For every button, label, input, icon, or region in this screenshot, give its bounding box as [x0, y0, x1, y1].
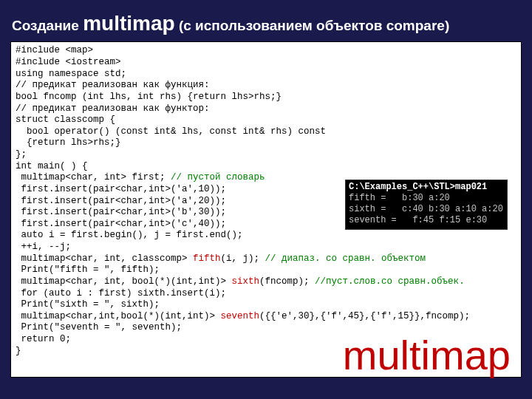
title-big: multimap	[83, 12, 174, 35]
code-l22: for (auto i : first) sixth.insert(i);	[16, 288, 226, 299]
code-l3: using namespace std;	[16, 69, 126, 79]
code-l2: #include <iostream>	[16, 57, 121, 67]
code-l21a: multimap<char, int, bool(*)(int,int)>	[16, 276, 232, 287]
console-output: C:\Examples_C++\STL>map021 fifth = b:30 …	[345, 180, 508, 230]
code-l23: Print("sixth = ", sixth);	[16, 299, 160, 310]
code-l20: Print("fifth = ", fifth);	[16, 265, 160, 275]
code-l21r: sixth	[232, 276, 260, 287]
console-header: C:\Examples_C++\STL>map021	[349, 182, 487, 192]
code-l13: first.insert(pair<char,int>('a',10));	[16, 184, 226, 194]
code-l15: first.insert(pair<char,int>('b',30));	[16, 207, 226, 217]
console-l2: sixth = c:40 b:30 a:10 a:20	[349, 204, 503, 214]
code-l11: int main( ) {	[16, 161, 88, 171]
code-l14: first.insert(pair<char,int>('a',20));	[16, 196, 226, 206]
console-l3: seventh = f:45 f:15 e:30	[349, 215, 487, 225]
code-l4: // предикат реализован как функция:	[16, 80, 210, 90]
code-l24r: seventh	[221, 311, 260, 321]
code-l24a: multimap<char,int,bool(*)(int,int)>	[16, 311, 221, 321]
title-prefix: Создание	[12, 18, 83, 33]
code-l25: Print("seventh = ", seventh);	[16, 322, 182, 332]
code-l1: #include <map>	[16, 45, 93, 55]
slide: Создание multimap (с использованием объе…	[7, 7, 525, 392]
console-l1: fifth = b:30 a:20	[349, 193, 450, 203]
slide-title: Создание multimap (с использованием объе…	[7, 7, 525, 41]
code-l16: first.insert(pair<char,int>('c',40));	[16, 219, 226, 229]
watermark: multimap	[343, 330, 511, 381]
code-l18: ++i, --j;	[16, 242, 71, 252]
code-l19b: (i, j);	[221, 253, 265, 264]
code-l10: };	[16, 149, 27, 160]
code-l21c: //пуст.слов.со сравн.объек.	[315, 276, 465, 287]
title-suffix: (с использованием объектов compare)	[175, 18, 450, 33]
code-l12a: multimap<char, int> first;	[16, 172, 171, 183]
code-box: #include <map> #include <iostream> using…	[10, 41, 522, 378]
code-l19a: multimap<char, int, classcomp>	[16, 253, 193, 264]
code-l19r: fifth	[193, 253, 221, 264]
code-l9: {return lhs>rhs;}	[16, 137, 121, 148]
code-l6: // предикат реализован как функтор:	[16, 103, 210, 114]
code-l17: auto i = first.begin(), j = first.end();	[16, 230, 243, 240]
code-l24b: ({{'e',30},{'f',45},{'f',15}},fncomp);	[259, 311, 470, 321]
code-l5: bool fncomp (int lhs, int rhs) {return l…	[16, 92, 282, 102]
code-l12c: // пустой словарь	[171, 172, 265, 183]
code-l26: return 0;	[16, 334, 71, 344]
code-l19c: // диапаз. со сравн. объектом	[265, 253, 426, 264]
code-l7: struct classcomp {	[16, 115, 115, 125]
code-l27: }	[16, 346, 21, 356]
code-l21b: (fncomp);	[259, 276, 315, 287]
code-l8: bool operator() (const int& lhs, const i…	[16, 126, 326, 137]
